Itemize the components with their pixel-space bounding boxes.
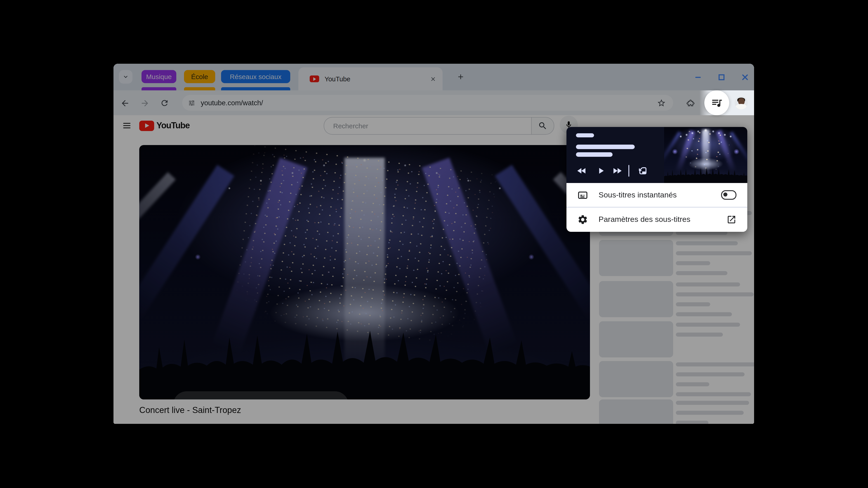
caption-settings-row[interactable]: Paramètres des sous-titres xyxy=(566,207,747,231)
live-captions-label: Sous-titres instantanés xyxy=(598,191,721,199)
media-session-card xyxy=(566,127,747,183)
browser-window: Musique École Réseaux sociaux YouTube xyxy=(114,64,754,424)
feature-promo-scrim xyxy=(114,64,754,424)
live-captions-icon xyxy=(577,190,588,200)
previous-track-icon xyxy=(577,165,587,176)
live-captions-row[interactable]: Sous-titres instantanés xyxy=(566,183,747,207)
play-button[interactable] xyxy=(595,165,607,177)
screen: Musique École Réseaux sociaux YouTube xyxy=(0,0,868,488)
play-icon xyxy=(596,166,606,176)
gear-icon xyxy=(577,214,588,225)
next-track-icon xyxy=(612,165,622,176)
profile-avatar[interactable] xyxy=(735,96,748,109)
open-in-new-icon xyxy=(726,215,737,224)
previous-track-button[interactable] xyxy=(576,165,588,177)
toggle-knob xyxy=(723,193,727,197)
live-captions-toggle[interactable] xyxy=(721,190,737,200)
media-controls-music-icon xyxy=(711,97,723,109)
captions-menu: Sous-titres instantanés Paramètres des s… xyxy=(566,183,747,232)
media-title-placeholder xyxy=(576,133,594,137)
media-text-placeholder xyxy=(576,152,613,157)
media-text-placeholder xyxy=(576,144,635,149)
caption-settings-label: Paramètres des sous-titres xyxy=(598,215,726,224)
media-artwork-thumbnail xyxy=(664,127,747,183)
picture-in-picture-icon xyxy=(636,165,647,176)
picture-in-picture-button[interactable] xyxy=(636,165,647,177)
media-controls-button[interactable] xyxy=(704,90,729,115)
controls-divider xyxy=(628,165,629,177)
next-track-button[interactable] xyxy=(611,165,623,177)
media-controls-popup: Sous-titres instantanés Paramètres des s… xyxy=(566,127,747,232)
